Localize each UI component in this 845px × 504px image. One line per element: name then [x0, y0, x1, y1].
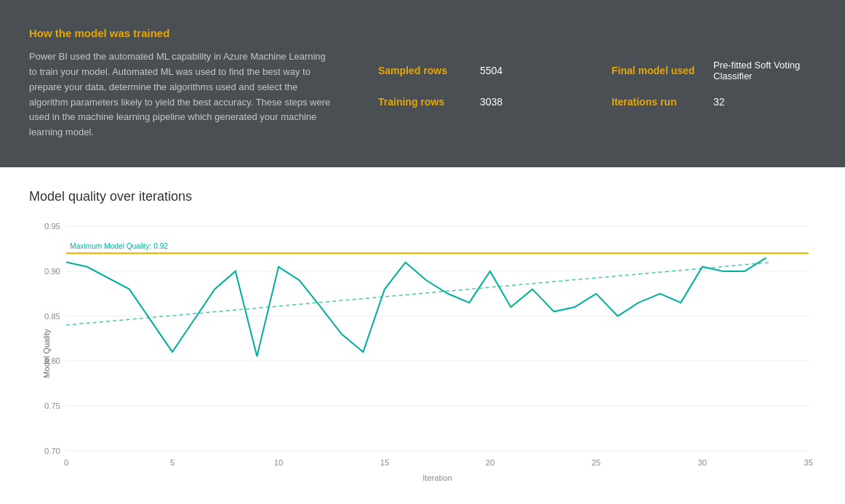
stat-value-iterations: 32: [713, 96, 725, 108]
stat-final-model: Final model used Pre-fitted Soft Voting …: [612, 60, 816, 81]
header-left: How the model was trained Power BI used …: [29, 27, 335, 140]
svg-text:0.95: 0.95: [44, 222, 60, 231]
stat-iterations: Iterations run 32: [612, 96, 816, 108]
svg-text:0.85: 0.85: [44, 312, 60, 321]
header-title: How the model was trained: [29, 27, 335, 39]
stat-value-training: 3038: [480, 96, 502, 108]
svg-text:0.75: 0.75: [44, 401, 60, 410]
svg-text:5: 5: [170, 458, 175, 467]
svg-text:10: 10: [274, 458, 283, 467]
chart-title: Model quality over iterations: [29, 189, 816, 204]
svg-text:15: 15: [380, 458, 389, 467]
svg-text:Iteration: Iteration: [422, 473, 452, 482]
svg-text:25: 25: [592, 458, 601, 467]
stat-label-training: Training rows: [378, 96, 465, 108]
stat-label-iterations: Iterations run: [612, 96, 699, 108]
svg-text:Maximum Model Quality: 0.92: Maximum Model Quality: 0.92: [70, 242, 168, 250]
chart-container: Model Quality 0.95 0.90 0.85 0.80 0.75 0…: [29, 219, 816, 488]
header-description: Power BI used the automated ML capabilit…: [29, 49, 335, 140]
chart-section: Model quality over iterations Model Qual…: [0, 167, 845, 503]
svg-text:0.70: 0.70: [44, 447, 60, 455]
header-section: How the model was trained Power BI used …: [0, 0, 845, 167]
stat-label-model: Final model used: [612, 65, 699, 76]
chart-svg: 0.95 0.90 0.85 0.80 0.75 0.70 0 5 10 15 …: [29, 219, 816, 488]
stat-value-sampled: 5504: [480, 65, 502, 76]
stat-sampled-rows: Sampled rows 5504: [378, 60, 582, 81]
stat-label-sampled: Sampled rows: [378, 65, 465, 76]
svg-text:20: 20: [486, 458, 494, 467]
stat-training-rows: Training rows 3038: [378, 96, 582, 108]
svg-text:30: 30: [698, 458, 707, 467]
svg-line-23: [66, 263, 772, 325]
header-stats: Sampled rows 5504 Final model used Pre-f…: [378, 60, 816, 108]
svg-text:35: 35: [804, 458, 813, 467]
chart-y-label: Model Quality: [42, 329, 51, 377]
svg-text:0.90: 0.90: [44, 267, 60, 276]
svg-text:0: 0: [64, 458, 68, 467]
stat-value-model: Pre-fitted Soft Voting Classifier: [713, 60, 816, 81]
